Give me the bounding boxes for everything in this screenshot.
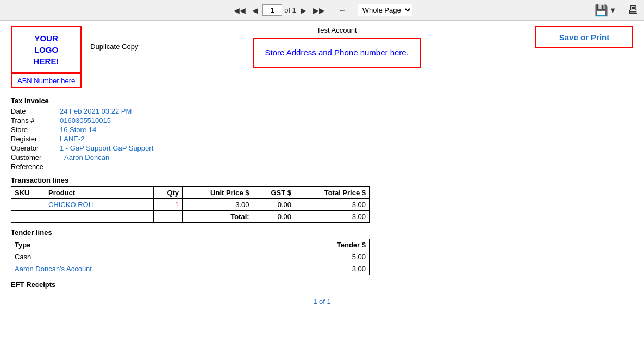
tender-type-cash: Cash bbox=[11, 251, 262, 263]
last-page-button[interactable]: ▶▶ bbox=[311, 5, 327, 16]
page-footer: 1 of 1 bbox=[11, 297, 633, 306]
invoice-customer-row: Customer Aaron Doncan bbox=[11, 153, 633, 161]
logo-text: YOUR LOGO HERE! bbox=[34, 33, 59, 67]
duplicate-copy-label: Duplicate Copy bbox=[90, 42, 138, 51]
toolbar-divider-2 bbox=[353, 4, 353, 16]
page-total-label: of 1 bbox=[284, 6, 296, 14]
tender-account-amount: 3.00 bbox=[262, 263, 369, 275]
toolbar-divider-3 bbox=[622, 4, 622, 16]
store-value: 16 Store 14 bbox=[60, 126, 96, 134]
date-value: 24 Feb 2021 03:22 PM bbox=[60, 107, 132, 115]
account-name: Test Account bbox=[138, 26, 535, 34]
invoice-section: Tax Invoice Date 24 Feb 2021 03:22 PM Tr… bbox=[11, 97, 633, 171]
trans-label: Trans # bbox=[11, 116, 60, 124]
table-row: Cash 5.00 bbox=[11, 251, 370, 263]
first-page-button[interactable]: ◀◀ bbox=[232, 5, 248, 16]
col-gst: GST $ bbox=[253, 187, 295, 199]
eft-section: EFT Receipts bbox=[11, 281, 633, 289]
operator-value: 1 - GaP Support GaP Support bbox=[60, 144, 153, 152]
invoice-trans-row: Trans # 0160305510015 bbox=[11, 116, 633, 124]
save-dropdown-arrow[interactable]: ▼ bbox=[609, 6, 616, 14]
table-row: Aaron Doncan's Account 3.00 bbox=[11, 263, 370, 275]
row-product: CHICKO ROLL bbox=[45, 199, 153, 211]
logo-box: YOUR LOGO HERE! bbox=[11, 26, 82, 73]
invoice-title: Tax Invoice bbox=[11, 97, 633, 105]
row-total: 3.00 bbox=[295, 199, 370, 211]
transaction-table: SKU Product Qty Unit Price $ GST $ Total… bbox=[11, 186, 370, 223]
invoice-register-row: Register LANE-2 bbox=[11, 135, 633, 143]
customer-label: Customer bbox=[11, 153, 60, 161]
save-print-button[interactable]: Save or Print bbox=[535, 26, 633, 48]
register-label: Register bbox=[11, 135, 60, 143]
content-area: YOUR LOGO HERE! ABN Number here Duplicat… bbox=[0, 21, 644, 311]
col-sku: SKU bbox=[11, 187, 45, 199]
col-tender: Tender $ bbox=[262, 239, 369, 251]
total-empty-2 bbox=[45, 211, 153, 223]
eft-title: EFT Receipts bbox=[11, 281, 633, 289]
tender-cash-amount: 5.00 bbox=[262, 251, 369, 263]
header-row: YOUR LOGO HERE! ABN Number here Duplicat… bbox=[11, 26, 633, 92]
tender-lines-title: Tender lines bbox=[11, 228, 633, 236]
col-total-price: Total Price $ bbox=[295, 187, 370, 199]
header-center: Test Account Store Address and Phone num… bbox=[138, 26, 535, 68]
total-label: Total: bbox=[183, 211, 253, 223]
transaction-lines-title: Transaction lines bbox=[11, 176, 633, 184]
tender-type-account: Aaron Doncan's Account bbox=[11, 263, 262, 275]
store-label: Store bbox=[11, 126, 60, 134]
invoice-store-row: Store 16 Store 14 bbox=[11, 126, 633, 134]
transaction-total-row: Total: 0.00 3.00 bbox=[11, 211, 370, 223]
invoice-date-row: Date 24 Feb 2021 03:22 PM bbox=[11, 107, 633, 115]
save-button[interactable]: 💾 ▼ bbox=[595, 4, 616, 17]
customer-value: Aaron Doncan bbox=[60, 153, 109, 161]
row-qty: 1 bbox=[153, 199, 182, 211]
store-address-box: Store Address and Phone number here. bbox=[253, 38, 421, 68]
toolbar: ◀◀ ◀ of 1 ▶ ▶▶ ← Whole Page 50% 75% 100%… bbox=[0, 0, 644, 21]
header-left: YOUR LOGO HERE! ABN Number here Duplicat… bbox=[11, 26, 138, 92]
back-button[interactable]: ← bbox=[336, 5, 348, 16]
col-unit-price: Unit Price $ bbox=[183, 187, 253, 199]
page-number-input[interactable] bbox=[262, 4, 282, 16]
trans-value: 0160305510015 bbox=[60, 116, 111, 124]
save-icon: 💾 bbox=[595, 4, 608, 17]
invoice-operator-row: Operator 1 - GaP Support GaP Support bbox=[11, 144, 633, 152]
row-gst: 0.00 bbox=[253, 199, 295, 211]
date-label: Date bbox=[11, 107, 60, 115]
header-right: Save or Print bbox=[535, 26, 633, 48]
page-navigation: ◀◀ ◀ of 1 ▶ ▶▶ bbox=[232, 4, 327, 16]
total-price: 3.00 bbox=[295, 211, 370, 223]
next-page-button[interactable]: ▶ bbox=[298, 5, 309, 16]
tender-table: Type Tender $ Cash 5.00 Aaron Doncan's A… bbox=[11, 239, 370, 275]
row-sku bbox=[11, 199, 45, 211]
toolbar-divider-1 bbox=[332, 4, 332, 16]
register-value: LANE-2 bbox=[60, 135, 85, 143]
operator-label: Operator bbox=[11, 144, 60, 152]
total-empty-1 bbox=[11, 211, 45, 223]
row-unit-price: 3.00 bbox=[183, 199, 253, 211]
transaction-table-header: SKU Product Qty Unit Price $ GST $ Total… bbox=[11, 187, 370, 199]
print-button[interactable]: 🖶 bbox=[628, 4, 639, 16]
abn-box: ABN Number here bbox=[11, 73, 82, 88]
col-qty: Qty bbox=[153, 187, 182, 199]
total-empty-3 bbox=[153, 211, 182, 223]
prev-page-button[interactable]: ◀ bbox=[250, 5, 260, 16]
col-type: Type bbox=[11, 239, 262, 251]
invoice-reference-row: Reference bbox=[11, 163, 633, 171]
toolbar-right-actions: 💾 ▼ 🖶 bbox=[595, 4, 639, 17]
table-row: CHICKO ROLL 1 3.00 0.00 3.00 bbox=[11, 199, 370, 211]
tender-table-header: Type Tender $ bbox=[11, 239, 370, 251]
reference-label: Reference bbox=[11, 163, 60, 171]
total-gst: 0.00 bbox=[253, 211, 295, 223]
col-product: Product bbox=[45, 187, 153, 199]
page-view-select[interactable]: Whole Page 50% 75% 100% 150% 200% bbox=[358, 4, 412, 16]
